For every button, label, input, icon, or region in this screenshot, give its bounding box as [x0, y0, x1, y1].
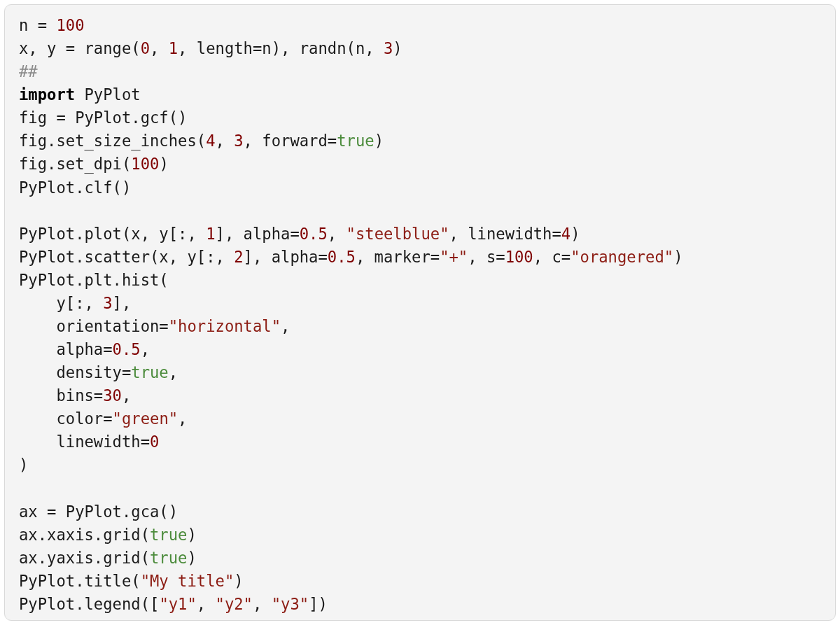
- code-token: true: [150, 526, 187, 544]
- code-token: "My title": [141, 572, 234, 590]
- code-block: n = 100 x, y = range(0, 1, length=n), ra…: [4, 4, 836, 621]
- code-token: "y2": [216, 595, 253, 613]
- code-token: 100: [505, 248, 533, 266]
- code-content: n = 100 x, y = range(0, 1, length=n), ra…: [19, 16, 682, 613]
- code-token: 30: [103, 386, 122, 405]
- code-token: 0.5: [300, 225, 328, 243]
- code-token: "steelblue": [346, 225, 449, 243]
- code-token: 2: [234, 248, 243, 266]
- code-token: 3: [384, 39, 393, 57]
- code-token: "horizontal": [169, 317, 281, 335]
- code-token: 4: [206, 132, 215, 150]
- code-token: 3: [103, 294, 112, 312]
- code-token: ##: [19, 62, 38, 80]
- code-token: 100: [131, 155, 159, 173]
- code-token: import: [19, 85, 75, 104]
- code-token: 0: [141, 39, 150, 57]
- code-token: 100: [56, 16, 84, 34]
- code-token: 1: [206, 225, 215, 243]
- code-token: "y3": [272, 595, 309, 613]
- code-token: true: [131, 363, 168, 381]
- code-token: 1: [169, 39, 178, 57]
- code-token: "y1": [159, 595, 196, 613]
- page-container: n = 100 x, y = range(0, 1, length=n), ra…: [0, 0, 840, 625]
- code-token: 0.5: [328, 248, 356, 266]
- code-token: 3: [234, 132, 243, 150]
- code-token: true: [337, 132, 374, 150]
- code-token: 0.5: [113, 340, 141, 358]
- code-token: "orangered": [570, 248, 673, 266]
- code-token: 0: [150, 433, 159, 451]
- code-token: 4: [561, 225, 570, 243]
- code-token: true: [150, 549, 187, 567]
- code-token: "+": [440, 248, 468, 266]
- code-token: "green": [113, 409, 178, 428]
